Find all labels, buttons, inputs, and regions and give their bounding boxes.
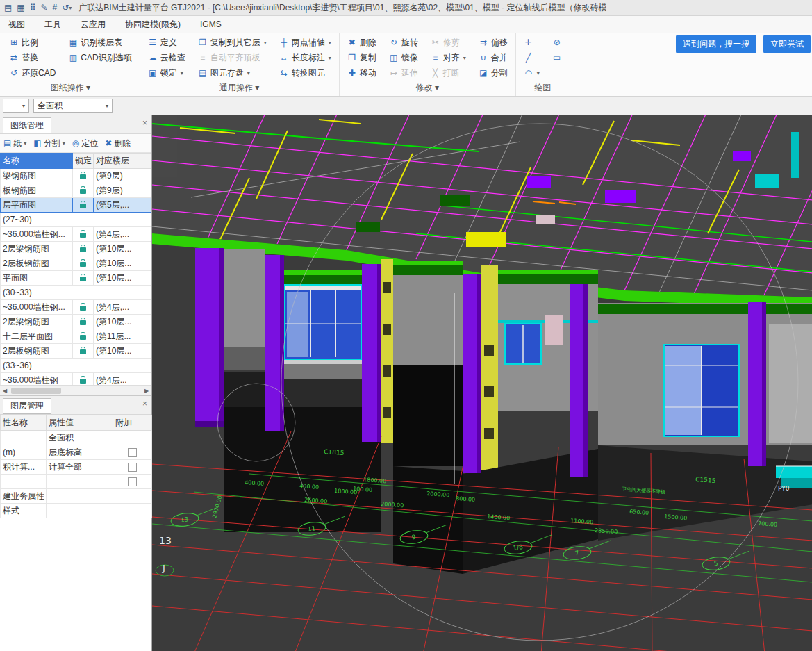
replace-tool[interactable]: ⇄替换 [7,50,58,65]
lock-icon[interactable] [80,306,86,311]
property-row[interactable]: 积计算...计算全部 [1,460,152,475]
point-tool[interactable]: ✛ [522,35,542,50]
grid-icon[interactable]: # [53,3,58,12]
column-header-prop-name[interactable]: 性名称 [1,415,47,431]
sheet-name-cell[interactable]: 梁钢筋图 [1,169,73,183]
property-row[interactable] [1,475,152,489]
menu-tab-3[interactable]: 协同建模(限免) [125,19,181,31]
try-now-button[interactable]: 立即尝试 [763,35,811,53]
property-value-cell[interactable]: 计算全部 [47,460,113,475]
area-mode-combo[interactable]: 全面积 ▾ [33,99,113,113]
scroll-right-icon[interactable]: ▶ [142,388,151,394]
locate-tool[interactable]: ◎定位 [72,138,98,149]
model-viewport[interactable]: 400.00400.001800.001800.002600.00100.002… [152,115,812,651]
menu-tab-0[interactable]: 视图 [8,19,25,31]
sheet-lock-cell[interactable] [73,373,94,386]
column-header-prop-value[interactable]: 属性值 [47,415,113,431]
trim-tool[interactable]: ✂修剪 [429,35,468,50]
rect-tool[interactable]: ▭ [550,50,564,65]
sheet-lock-cell[interactable] [73,169,94,183]
quick-access-dropdown-icon[interactable]: ▾ [69,5,72,11]
scale-tool[interactable]: ⊞比例 [7,35,58,50]
property-row[interactable]: (m)层底标高 [1,445,152,460]
mirror-tool[interactable]: ◫镜像 [387,50,420,65]
property-value-cell[interactable]: 全面积 [47,431,113,445]
lock-icon[interactable] [80,174,86,179]
sheet-lock-cell[interactable] [73,315,94,329]
sheet-row[interactable]: 2层板钢筋图(第10层... [1,256,152,271]
menu-tab-4[interactable]: IGMS [200,19,222,29]
sheet-name-cell[interactable]: 2层梁钢筋图 [1,315,73,329]
column-header-attach[interactable]: 附加 [113,415,152,431]
ribbon-group-label-common-ops[interactable]: 通用操作 ▾ [146,81,333,97]
sheet-row[interactable]: 2层梁钢筋图(第10层... [1,315,152,329]
property-row[interactable]: 建业务属性 [1,489,152,504]
tab-layer-manager[interactable]: 图层管理 [3,398,51,414]
sheet-row[interactable]: 平面图(第10层... [1,271,152,286]
sheet-lock-cell[interactable] [73,344,94,359]
floor-table-icon[interactable]: ▦ [17,3,24,12]
close-icon[interactable]: × [142,399,147,409]
property-row[interactable]: 样式 [1,504,152,518]
menu-tab-1[interactable]: 工具 [44,19,61,31]
menu-tab-2[interactable]: 云应用 [81,19,106,31]
convert-element-tool[interactable]: ⇆转换图元 [277,65,333,81]
sheet-name-cell[interactable]: 层平面图 [1,198,73,213]
restore-cad-tool[interactable]: ↺还原CAD [7,65,58,81]
undo-icon[interactable]: ↺ [62,3,69,12]
sheet-lock-cell[interactable] [73,300,94,315]
sheet-row[interactable]: 2层板钢筋图(第10层... [1,344,152,359]
search-problem-button[interactable]: 遇到问题，搜一搜 [676,35,756,53]
sheet-row[interactable]: ~36.000墙柱钢...(第4层,... [1,227,152,242]
align-tool[interactable]: ≡对齐▾ [429,50,468,65]
attach-checkbox[interactable] [128,477,137,486]
split-tool[interactable]: ◧分割▾ [33,138,65,149]
sheet-lock-cell[interactable] [73,256,94,271]
ribbon-group-label-sheet-ops[interactable]: 图纸操作 ▾ [7,81,134,97]
ribbon-group-label-modify[interactable]: 修改 ▾ [345,81,510,97]
extend-tool[interactable]: ↦延伸 [387,65,420,81]
sheet-lock-cell[interactable] [73,242,94,256]
scroll-left-icon[interactable]: ◀ [0,388,10,394]
element-save-tool[interactable]: ▤图元存盘▾ [196,65,269,81]
sheet-row[interactable]: ~36.000墙柱钢...(第4层,... [1,300,152,315]
column-header-lock[interactable]: 锁定 [73,154,94,169]
column-header-floor[interactable]: 对应楼层 [94,154,152,169]
sheet-name-cell[interactable]: ~36.000墙柱钢 [1,373,73,386]
element-type-combo[interactable]: ▾ [3,99,29,113]
length-annotation-tool[interactable]: ↔长度标注▾ [277,50,333,65]
lock-icon[interactable] [80,277,86,281]
property-value-cell[interactable] [47,475,113,489]
column-header-name[interactable]: 名称 [1,154,73,169]
lock-icon[interactable] [80,233,86,238]
sheet-name-cell[interactable]: 2层板钢筋图 [1,344,73,359]
sheet-group-row[interactable]: (30~33) [1,286,152,300]
sheet-name-cell[interactable]: ~36.000墙柱钢... [1,300,73,315]
sheet-lock-cell[interactable] [73,198,94,213]
copy-to-other-floor-tool[interactable]: ❐复制到其它层▾ [196,35,269,50]
sheet-name-cell[interactable]: 平面图 [1,271,73,286]
sheet-lock-cell[interactable] [73,271,94,286]
merge-tool[interactable]: ∪合并 [477,50,510,65]
sheet-row[interactable]: 2层梁钢筋图(第10层... [1,242,152,256]
save-icon[interactable]: ▤ [4,3,12,12]
lock-icon[interactable] [80,204,86,208]
break-tool[interactable]: ╳打断 [429,65,468,81]
attach-checkbox[interactable] [128,463,137,472]
lock-icon[interactable] [80,379,86,384]
sheet-row[interactable]: 十二层平面图(第11层... [1,329,152,344]
copy-tool[interactable]: ❐复制 [345,50,379,65]
rotate-tool[interactable]: ↻旋转 [387,35,420,50]
sheet-group-row[interactable]: (33~36) [1,359,152,373]
sheet-name-cell[interactable]: 2层板钢筋图 [1,256,73,271]
sheet-lock-cell[interactable] [73,227,94,242]
line-tool[interactable]: ╱ [522,50,542,65]
sheet-group-row[interactable]: (27~30) [1,213,152,227]
lock-icon[interactable] [80,320,86,325]
sheet-lock-cell[interactable] [73,183,94,198]
horizontal-scrollbar[interactable]: ◀ ▶ [0,385,151,395]
two-point-aux-axis-tool[interactable]: ┼两点辅轴▾ [277,35,333,50]
model-canvas[interactable]: 400.00400.001800.001800.002600.00100.002… [152,115,812,651]
circle-tool[interactable]: ⊘ [550,35,564,50]
sheet-row[interactable]: ~36.000墙柱钢(第4层... [1,373,152,386]
